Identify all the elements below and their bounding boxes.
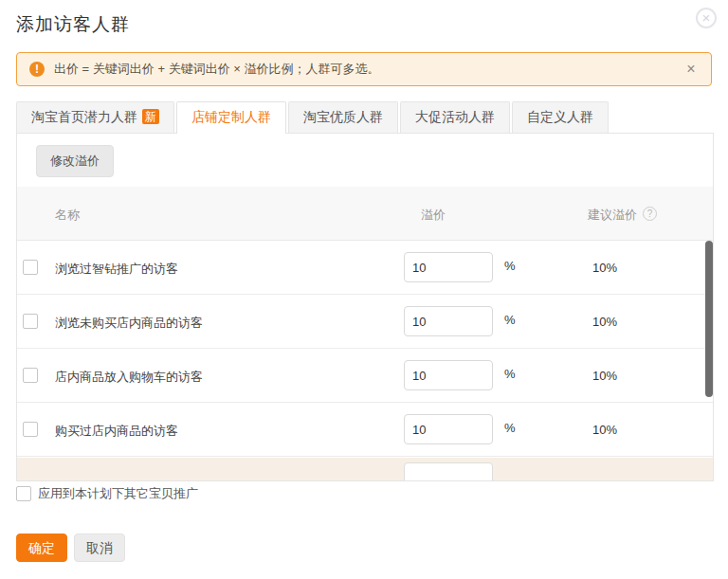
column-header-name: 名称 [55,207,80,224]
audience-name: 店内商品放入购物车的访客 [55,369,203,386]
table-header: 名称 溢价 建议溢价 [17,187,713,241]
percent-sign: % [504,313,516,327]
dialog-title: 添加访客人群 [16,12,130,37]
percent-sign: % [504,421,516,435]
confirm-button[interactable]: 确定 [16,534,67,562]
question-circle-icon[interactable] [643,207,657,221]
premium-input[interactable] [404,252,493,282]
row-checkbox[interactable] [23,368,38,383]
audience-name: 购买过店内商品的访客 [55,423,178,440]
tab-label: 店铺定制人群 [191,109,271,124]
add-visitor-audience-dialog: 添加访客人群 出价 = 关键词出价 + 关键词出价 × 溢价比例；人群可多选。 … [0,0,728,579]
tab-label: 淘宝首页潜力人群 [31,109,137,124]
tab-label: 自定义人群 [527,109,593,124]
tab-label: 大促活动人群 [415,109,495,124]
column-header-suggested-premium: 建议溢价 [588,207,637,224]
audience-tabs: 淘宝首页潜力人群新 店铺定制人群 淘宝优质人群 大促活动人群 自定义人群 [16,101,610,134]
table-row-clipped [17,458,713,481]
cancel-button[interactable]: 取消 [74,534,125,562]
audience-name: 浏览未购买店内商品的访客 [55,315,203,332]
column-header-premium: 溢价 [421,207,446,224]
tab-content-panel: 修改溢价 名称 溢价 建议溢价 浏览过智钻推广的访客 % 10% 浏览未购买店内… [16,133,714,481]
table-row: 浏览过智钻推广的访客 % 10% [17,241,713,295]
exclamation-circle-icon [29,62,45,77]
apply-to-plan-checkbox[interactable] [16,486,31,501]
apply-to-plan-label[interactable]: 应用到本计划下其它宝贝推广 [38,485,198,502]
tab-shop-custom-audience[interactable]: 店铺定制人群 [176,101,286,134]
apply-to-plan-row: 应用到本计划下其它宝贝推广 [16,485,198,502]
suggested-premium-value: 10% [592,261,617,275]
bid-formula-alert: 出价 = 关键词出价 + 关键词出价 × 溢价比例；人群可多选。 [16,52,712,86]
premium-input[interactable] [404,306,493,336]
premium-input[interactable] [404,360,493,390]
premium-input-clipped[interactable] [404,462,493,481]
tab-taobao-homepage-potential[interactable]: 淘宝首页潜力人群新 [16,101,174,133]
modify-premium-button[interactable]: 修改溢价 [36,145,114,177]
dialog-close-icon[interactable] [696,8,717,28]
alert-text: 出价 = 关键词出价 + 关键词出价 × 溢价比例；人群可多选。 [54,61,379,78]
table-row: 浏览未购买店内商品的访客 % 10% [17,295,713,349]
table-row: 店内商品放入购物车的访客 % 10% [17,349,713,403]
tab-promo-event-audience[interactable]: 大促活动人群 [400,101,510,133]
tab-taobao-quality-audience[interactable]: 淘宝优质人群 [288,101,398,133]
row-checkbox[interactable] [23,260,38,275]
suggested-premium-value: 10% [592,315,617,329]
scrollbar-thumb[interactable] [705,241,713,397]
row-checkbox[interactable] [23,314,38,329]
percent-sign: % [504,367,516,381]
new-badge: 新 [142,109,159,124]
alert-dismiss-icon[interactable] [683,62,699,77]
percent-sign: % [504,259,516,273]
audience-name: 浏览过智钻推广的访客 [55,261,178,278]
row-checkbox[interactable] [23,422,38,437]
suggested-premium-value: 10% [592,423,617,437]
suggested-premium-value: 10% [592,369,617,383]
tab-label: 淘宝优质人群 [303,109,383,124]
audience-rows: 浏览过智钻推广的访客 % 10% 浏览未购买店内商品的访客 % 10% 店内商品… [17,241,713,457]
tab-custom-audience[interactable]: 自定义人群 [512,101,609,133]
premium-input[interactable] [404,414,493,444]
table-row: 购买过店内商品的访客 % 10% [17,403,713,457]
